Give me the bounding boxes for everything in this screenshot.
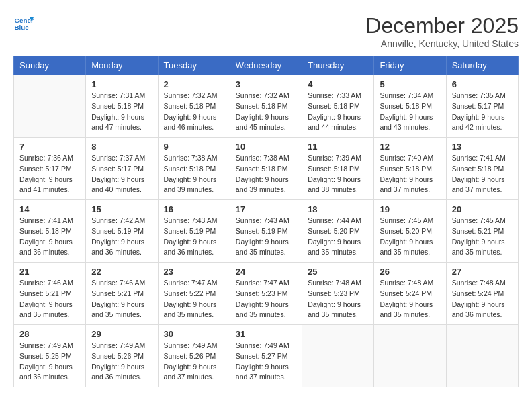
day-number: 1 [91,79,152,89]
day-number: 25 [308,267,368,277]
day-info: Sunrise: 7:43 AMSunset: 5:19 PMDaylight:… [236,216,296,258]
day-info: Sunrise: 7:48 AMSunset: 5:24 PMDaylight:… [452,278,513,320]
calendar-cell [14,75,86,138]
calendar-cell: 3Sunrise: 7:32 AMSunset: 5:18 PMDaylight… [230,75,302,138]
day-info: Sunrise: 7:44 AMSunset: 5:20 PMDaylight:… [308,216,368,258]
day-number: 5 [380,79,440,89]
weekday-header: Friday [374,56,446,75]
calendar-cell [374,325,446,387]
day-number: 17 [236,204,296,214]
day-number: 16 [164,204,224,214]
calendar-cell: 18Sunrise: 7:44 AMSunset: 5:20 PMDayligh… [302,200,374,263]
day-number: 8 [91,142,152,152]
day-number: 27 [452,267,513,277]
weekday-header: Monday [86,56,158,75]
calendar-cell: 29Sunrise: 7:49 AMSunset: 5:26 PMDayligh… [86,325,158,387]
calendar-cell: 28Sunrise: 7:49 AMSunset: 5:25 PMDayligh… [14,325,86,387]
day-info: Sunrise: 7:42 AMSunset: 5:19 PMDaylight:… [91,216,152,258]
weekday-header: Saturday [446,56,518,75]
day-number: 6 [452,79,513,89]
day-info: Sunrise: 7:38 AMSunset: 5:18 PMDaylight:… [164,153,224,195]
day-info: Sunrise: 7:47 AMSunset: 5:23 PMDaylight:… [236,278,296,320]
page-header: General Blue December 2025 Annville, Ken… [13,13,519,49]
day-number: 12 [380,142,440,152]
calendar-cell: 7Sunrise: 7:36 AMSunset: 5:17 PMDaylight… [14,138,86,200]
calendar-week-row: 28Sunrise: 7:49 AMSunset: 5:25 PMDayligh… [14,325,519,387]
day-info: Sunrise: 7:49 AMSunset: 5:25 PMDaylight:… [19,340,80,383]
calendar-cell: 6Sunrise: 7:35 AMSunset: 5:17 PMDaylight… [446,75,518,138]
day-number: 11 [308,142,368,152]
calendar-cell: 14Sunrise: 7:41 AMSunset: 5:18 PMDayligh… [14,200,86,263]
calendar-cell: 13Sunrise: 7:41 AMSunset: 5:18 PMDayligh… [446,138,518,200]
day-info: Sunrise: 7:40 AMSunset: 5:18 PMDaylight:… [380,153,440,195]
day-number: 14 [19,204,80,214]
day-info: Sunrise: 7:41 AMSunset: 5:18 PMDaylight:… [452,153,513,195]
day-info: Sunrise: 7:31 AMSunset: 5:18 PMDaylight:… [91,91,152,133]
calendar-cell: 23Sunrise: 7:47 AMSunset: 5:22 PMDayligh… [158,263,230,325]
calendar-cell: 19Sunrise: 7:45 AMSunset: 5:20 PMDayligh… [374,200,446,263]
day-info: Sunrise: 7:33 AMSunset: 5:18 PMDaylight:… [308,91,368,133]
day-info: Sunrise: 7:49 AMSunset: 5:26 PMDaylight:… [164,340,224,383]
calendar-cell: 15Sunrise: 7:42 AMSunset: 5:19 PMDayligh… [86,200,158,263]
month-title: December 2025 [365,13,519,38]
calendar-cell: 30Sunrise: 7:49 AMSunset: 5:26 PMDayligh… [158,325,230,387]
day-number: 30 [164,329,224,339]
day-info: Sunrise: 7:49 AMSunset: 5:26 PMDaylight:… [91,340,152,383]
weekday-header: Thursday [302,56,374,75]
weekday-header-row: SundayMondayTuesdayWednesdayThursdayFrid… [14,56,519,75]
calendar-cell [446,325,518,387]
day-info: Sunrise: 7:41 AMSunset: 5:18 PMDaylight:… [19,216,80,258]
day-number: 19 [380,204,440,214]
day-info: Sunrise: 7:47 AMSunset: 5:22 PMDaylight:… [164,278,224,320]
calendar-cell: 21Sunrise: 7:46 AMSunset: 5:21 PMDayligh… [14,263,86,325]
calendar-cell: 27Sunrise: 7:48 AMSunset: 5:24 PMDayligh… [446,263,518,325]
calendar-cell: 17Sunrise: 7:43 AMSunset: 5:19 PMDayligh… [230,200,302,263]
day-info: Sunrise: 7:46 AMSunset: 5:21 PMDaylight:… [19,278,80,320]
calendar-week-row: 14Sunrise: 7:41 AMSunset: 5:18 PMDayligh… [14,200,519,263]
day-number: 24 [236,267,296,277]
day-info: Sunrise: 7:48 AMSunset: 5:24 PMDaylight:… [380,278,440,320]
day-number: 13 [452,142,513,152]
day-number: 20 [452,204,513,214]
calendar-cell: 2Sunrise: 7:32 AMSunset: 5:18 PMDaylight… [158,75,230,138]
calendar-cell: 4Sunrise: 7:33 AMSunset: 5:18 PMDaylight… [302,75,374,138]
title-section: December 2025 Annville, Kentucky, United… [365,13,519,49]
calendar-cell: 9Sunrise: 7:38 AMSunset: 5:18 PMDaylight… [158,138,230,200]
calendar-cell: 8Sunrise: 7:37 AMSunset: 5:17 PMDaylight… [86,138,158,200]
calendar-cell: 31Sunrise: 7:49 AMSunset: 5:27 PMDayligh… [230,325,302,387]
day-info: Sunrise: 7:45 AMSunset: 5:21 PMDaylight:… [452,216,513,258]
calendar-cell: 5Sunrise: 7:34 AMSunset: 5:18 PMDaylight… [374,75,446,138]
calendar-cell: 1Sunrise: 7:31 AMSunset: 5:18 PMDaylight… [86,75,158,138]
day-number: 29 [91,329,152,339]
day-number: 23 [164,267,224,277]
day-number: 31 [236,329,296,339]
calendar-week-row: 21Sunrise: 7:46 AMSunset: 5:21 PMDayligh… [14,263,519,325]
day-number: 7 [19,142,80,152]
day-info: Sunrise: 7:46 AMSunset: 5:21 PMDaylight:… [91,278,152,320]
calendar-cell: 10Sunrise: 7:38 AMSunset: 5:18 PMDayligh… [230,138,302,200]
day-info: Sunrise: 7:35 AMSunset: 5:17 PMDaylight:… [452,91,513,133]
day-number: 3 [236,79,296,89]
logo: General Blue [13,13,34,34]
day-info: Sunrise: 7:49 AMSunset: 5:27 PMDaylight:… [236,340,296,383]
calendar-cell: 25Sunrise: 7:48 AMSunset: 5:23 PMDayligh… [302,263,374,325]
calendar-cell: 26Sunrise: 7:48 AMSunset: 5:24 PMDayligh… [374,263,446,325]
day-number: 10 [236,142,296,152]
calendar-cell: 24Sunrise: 7:47 AMSunset: 5:23 PMDayligh… [230,263,302,325]
svg-text:Blue: Blue [15,24,30,31]
day-info: Sunrise: 7:45 AMSunset: 5:20 PMDaylight:… [380,216,440,258]
day-info: Sunrise: 7:37 AMSunset: 5:17 PMDaylight:… [91,153,152,195]
day-number: 22 [91,267,152,277]
weekday-header: Wednesday [230,56,302,75]
weekday-header: Tuesday [158,56,230,75]
day-info: Sunrise: 7:38 AMSunset: 5:18 PMDaylight:… [236,153,296,195]
calendar-cell: 22Sunrise: 7:46 AMSunset: 5:21 PMDayligh… [86,263,158,325]
calendar-cell: 20Sunrise: 7:45 AMSunset: 5:21 PMDayligh… [446,200,518,263]
calendar-cell: 12Sunrise: 7:40 AMSunset: 5:18 PMDayligh… [374,138,446,200]
weekday-header: Sunday [14,56,86,75]
day-number: 2 [164,79,224,89]
day-info: Sunrise: 7:39 AMSunset: 5:18 PMDaylight:… [308,153,368,195]
day-info: Sunrise: 7:36 AMSunset: 5:17 PMDaylight:… [19,153,80,195]
day-number: 18 [308,204,368,214]
calendar-week-row: 7Sunrise: 7:36 AMSunset: 5:17 PMDaylight… [14,138,519,200]
